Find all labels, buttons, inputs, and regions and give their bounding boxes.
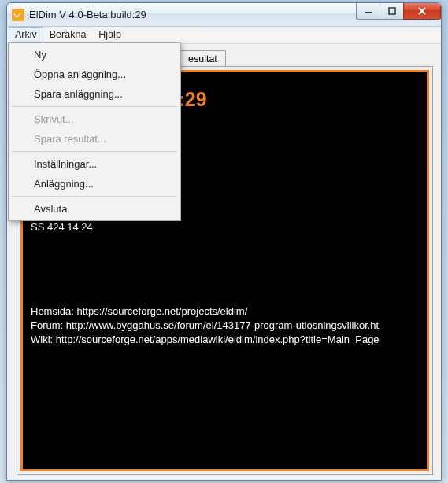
menu-separator bbox=[12, 106, 177, 107]
menu-skrivut: Skrivut... bbox=[10, 109, 179, 129]
link-forum: Forum: http://www.byggahus.se/forum/el/1… bbox=[31, 319, 419, 333]
minimize-icon bbox=[365, 7, 372, 15]
maximize-icon bbox=[388, 7, 396, 15]
menu-oppna-anlaggning[interactable]: Öppna anläggning... bbox=[10, 65, 179, 84]
tab-resultat[interactable]: esultat bbox=[180, 50, 226, 67]
window-controls bbox=[356, 3, 441, 20]
menu-ny[interactable]: Ny bbox=[10, 45, 179, 65]
menu-avsluta[interactable]: Avsluta bbox=[10, 199, 179, 219]
svg-rect-1 bbox=[389, 8, 395, 14]
close-button[interactable] bbox=[403, 3, 441, 20]
link-wiki: Wiki: http://sourceforge.net/apps/mediaw… bbox=[31, 333, 419, 347]
svg-rect-0 bbox=[365, 12, 372, 13]
menu-spara-anlaggning[interactable]: Spara anläggning... bbox=[10, 84, 179, 104]
minimize-button[interactable] bbox=[356, 3, 380, 20]
close-icon bbox=[417, 6, 427, 16]
menu-spara-resultat: Spara resultat... bbox=[10, 129, 179, 149]
menu-anlaggning[interactable]: Anläggning... bbox=[10, 174, 179, 194]
menu-berakna[interactable]: Beräkna bbox=[43, 27, 93, 43]
app-icon bbox=[12, 9, 24, 21]
menu-arkiv[interactable]: Arkiv bbox=[9, 27, 43, 43]
menu-separator bbox=[12, 151, 177, 152]
titlebar: ElDim V 4.0-Beta build:29 bbox=[7, 3, 441, 27]
menu-separator bbox=[12, 196, 177, 197]
arkiv-dropdown: Ny Öppna anläggning... Spara anläggning.… bbox=[8, 42, 181, 221]
maximize-button[interactable] bbox=[380, 3, 403, 20]
menu-hjalp[interactable]: Hjälp bbox=[92, 27, 128, 43]
menu-installningar[interactable]: Inställningar... bbox=[10, 154, 179, 174]
link-hemsida: Hemsida: https://sourceforge.net/project… bbox=[31, 304, 419, 319]
std-line: SS 424 14 24 bbox=[31, 220, 419, 234]
menubar: Arkiv Beräkna Hjälp bbox=[7, 27, 441, 44]
